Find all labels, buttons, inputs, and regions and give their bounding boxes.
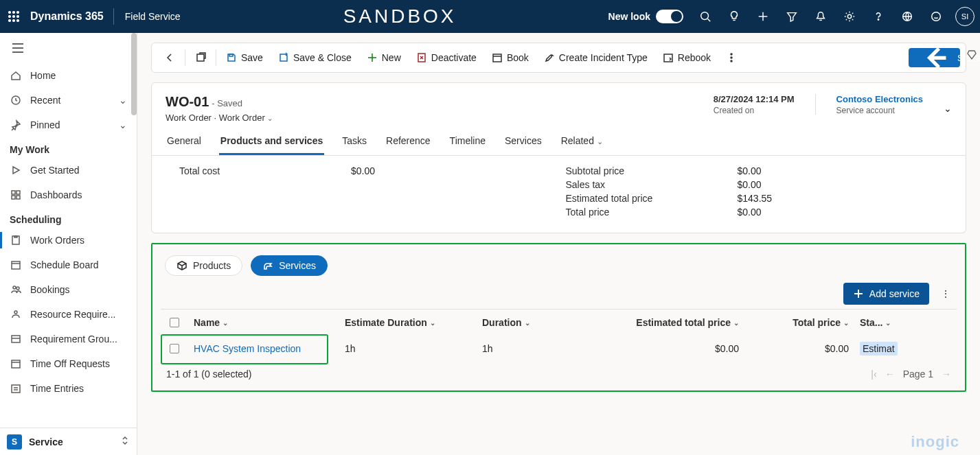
filter-icon[interactable] [778,0,806,33]
people-icon [10,284,22,295]
search-icon[interactable] [692,0,719,33]
tab-tasks[interactable]: Tasks [341,135,368,155]
row-name-link[interactable]: HVAC System Inspection [194,343,301,354]
toggle-icon[interactable] [656,10,683,23]
bell-icon[interactable] [807,0,834,33]
tab-general[interactable]: General [166,135,203,155]
sidebar-group-mywork: My Work [0,137,137,158]
svg-point-0 [9,12,11,14]
sidebar-item-pinned[interactable]: Pinned ⌄ [0,113,137,137]
prev-page-icon[interactable]: ← [885,369,895,380]
sidebar-item-bookings[interactable]: Bookings [0,277,137,302]
more-commands-icon[interactable]: ⋮ [939,288,953,299]
row-est-total-price: $0.00 [593,343,744,354]
next-page-icon[interactable]: → [942,369,951,380]
form-selector[interactable]: Work Order ⌄ [219,113,273,123]
sidebar-item-home[interactable]: Home [0,63,137,88]
group-icon [10,334,22,345]
select-all-checkbox[interactable] [161,318,188,327]
sidebar-item-label: Pinned [30,119,111,130]
sidebar-item-getstarted[interactable]: Get Started [0,158,137,183]
est-total-price-field[interactable]: Estimated total price$143.55 [566,193,953,204]
sales-tax-field[interactable]: Sales tax$0.00 [566,179,953,190]
sidebar-item-recent[interactable]: Recent ⌄ [0,88,137,113]
tab-products-services[interactable]: Products and services [219,135,324,155]
total-price-field[interactable]: Total price$0.00 [566,207,953,218]
products-pill[interactable]: Products [165,255,242,276]
rebook-button[interactable]: Rebook [656,47,718,69]
created-on-field[interactable]: 8/27/2024 12:14 PM Created on [714,94,795,115]
top-bar: Dynamics 365 Field Service SANDBOX New l… [0,0,980,33]
save-close-button[interactable]: Save & Close [271,47,358,69]
tab-timeline[interactable]: Timeline [448,135,487,155]
sidebar-item-reqgroup[interactable]: Requirement Grou... [0,327,137,351]
sidebar-item-timeentries[interactable]: Time Entries [0,376,137,401]
svg-rect-49 [664,54,672,62]
total-cost-field[interactable]: Total cost $0.00 [179,165,566,176]
app-name-label[interactable]: Field Service [114,11,192,22]
col-duration[interactable]: Duration⌄ [477,317,593,328]
environment-label: SANDBOX [192,5,608,27]
tab-services[interactable]: Services [503,135,543,155]
add-service-button[interactable]: Add service [843,283,929,305]
tab-related[interactable]: Related⌄ [560,135,604,155]
row-checkbox[interactable] [161,344,188,353]
brand-label[interactable]: Dynamics 365 [27,10,113,23]
gear-icon[interactable] [836,0,863,33]
sidebar-item-dashboards[interactable]: Dashboards [0,183,137,207]
person-icon [10,309,22,320]
deactivate-button[interactable]: Deactivate [409,47,483,69]
app-launcher-icon[interactable] [0,0,27,33]
col-estimate-duration[interactable]: Estimate Duration⌄ [339,317,477,328]
svg-point-3 [9,16,11,18]
new-label: New [382,52,401,63]
products-label: Products [193,260,231,271]
feedback-icon[interactable] [922,0,950,33]
box-icon [176,260,187,271]
create-incident-button[interactable]: Create Incident Type [537,47,654,69]
svg-point-9 [701,12,709,20]
svg-point-2 [17,12,19,14]
save-button[interactable]: Save [219,47,270,69]
hamburger-icon[interactable] [0,33,137,63]
sidebar-item-resourcereq[interactable]: Resource Require... [0,302,137,327]
grid-row[interactable]: HVAC System Inspection 1h 1h $0.00 $0.00… [161,336,957,362]
globe-icon[interactable] [893,0,921,33]
row-status[interactable]: Estimat [860,342,898,355]
open-new-window-button[interactable] [188,47,213,69]
chevron-down-icon[interactable]: ⌄ [944,103,952,114]
col-status[interactable]: Sta...⌄ [854,317,909,328]
products-services-section: Products Services Add service ⋮ Name⌄ [151,243,966,392]
sidebar-scrollbar[interactable] [131,33,137,455]
services-pill[interactable]: Services [251,255,328,276]
sidebar-item-timeoff[interactable]: Time Off Requests [0,351,137,376]
overflow-button[interactable] [719,47,744,69]
first-page-icon[interactable]: |‹ [871,369,876,380]
separator [185,49,185,66]
service-account-field[interactable]: Contoso Electronics Service account [836,94,923,115]
lightbulb-icon[interactable] [720,0,748,33]
user-avatar[interactable]: SI [955,7,975,26]
area-switcher[interactable]: S Service [0,428,137,455]
svg-point-6 [9,20,11,22]
help-icon[interactable] [865,0,892,33]
book-button[interactable]: Book [485,47,536,69]
share-button[interactable]: Share ⌄ [909,48,960,67]
plus-icon[interactable] [749,0,777,33]
svg-point-5 [17,16,19,18]
col-total-price[interactable]: Total price⌄ [744,317,854,328]
service-account-value[interactable]: Contoso Electronics [836,94,923,104]
col-est-total-price[interactable]: Estimated total price⌄ [593,317,744,328]
tab-reference[interactable]: Reference [385,135,432,155]
sidebar-item-scheduleboard[interactable]: Schedule Board [0,253,137,277]
subtotal-price-field[interactable]: Subtotal price$0.00 [566,165,953,176]
back-button[interactable] [157,47,182,69]
new-button[interactable]: New [360,47,408,69]
svg-rect-40 [197,54,204,61]
sidebar-item-label: Requirement Grou... [30,334,127,345]
svg-point-4 [13,16,15,18]
new-look-toggle[interactable]: New look [608,10,683,23]
copilot-icon[interactable] [964,43,980,67]
sidebar-item-workorders[interactable]: Work Orders [0,228,137,253]
col-name[interactable]: Name⌄ [188,317,339,328]
